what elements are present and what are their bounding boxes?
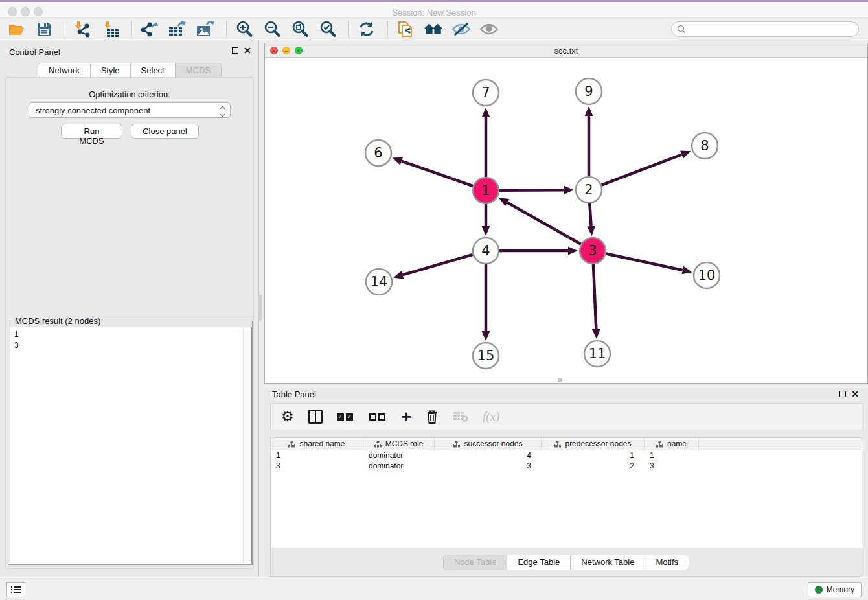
export-network-icon[interactable] [140, 20, 159, 38]
export-image-icon[interactable] [196, 20, 215, 38]
tab-style[interactable]: Style [91, 63, 131, 78]
search-input[interactable] [671, 21, 859, 37]
column-header-predecessor-nodes[interactable]: predecessor nodes [542, 438, 645, 450]
zoom-out-icon[interactable] [262, 20, 282, 38]
save-session-icon[interactable] [34, 20, 54, 38]
arrowhead-2-9 [585, 106, 593, 116]
edge-2-8[interactable] [602, 154, 682, 185]
apply-layout-icon[interactable] [357, 20, 376, 38]
table-header-row: shared nameMCDS rolesuccessor nodesprede… [271, 438, 862, 450]
open-session-icon[interactable] [6, 20, 26, 38]
result-line: 3 [14, 340, 247, 351]
table-cell: 2 [542, 461, 645, 471]
network-graph[interactable]: 1234678910111415 [265, 58, 867, 383]
edge-3-10[interactable] [606, 253, 683, 270]
mcds-result-lines: 13 [14, 329, 247, 351]
edge-2-3[interactable] [589, 203, 591, 226]
edge-3-1[interactable] [507, 203, 581, 244]
select-all-icon[interactable]: ✓✓ [337, 408, 355, 425]
node-label-14: 14 [371, 274, 388, 290]
edge-4-14[interactable] [402, 255, 472, 275]
table-cell: 4 [435, 450, 542, 461]
tab-mcds[interactable]: MCDS [176, 63, 222, 78]
canvas-scroll-thumb[interactable] [558, 378, 562, 382]
tab-network-table[interactable]: Network Table [571, 555, 645, 570]
window-titlebar: Session: New Session [0, 2, 868, 18]
task-history-button[interactable] [6, 582, 25, 597]
split-divider-handle[interactable] [258, 295, 262, 321]
zoom-fit-icon[interactable] [290, 20, 310, 38]
float-table-panel-icon[interactable] [839, 391, 846, 397]
column-header-successor-nodes[interactable]: successor nodes [435, 438, 542, 450]
tab-edge-table[interactable]: Edge Table [507, 555, 571, 570]
control-panel-tabs: NetworkStyleSelectMCDS [45, 63, 214, 78]
close-table-panel-icon[interactable]: ✕ [851, 391, 859, 397]
network-window-title: scc.txt [265, 46, 867, 56]
zoom-in-icon[interactable] [234, 20, 254, 38]
node-label-1: 1 [481, 183, 490, 198]
criterion-dropdown[interactable]: strongly connected component [29, 102, 231, 118]
network-canvas[interactable]: 1234678910111415 [265, 58, 867, 383]
memory-status-icon [815, 586, 823, 594]
table-body: 1dominator4113dominator323 [271, 450, 862, 471]
home-icon[interactable] [424, 20, 443, 38]
node-label-8: 8 [700, 138, 709, 154]
import-table-icon[interactable] [101, 20, 120, 38]
column-header-label: predecessor nodes [565, 439, 631, 448]
deselect-all-icon[interactable] [369, 408, 387, 425]
list-icon [11, 585, 21, 594]
arrowhead-3-10 [681, 266, 692, 275]
import-network-icon[interactable] [73, 20, 93, 38]
show-details-icon[interactable] [479, 20, 499, 38]
table-row[interactable]: 3dominator323 [271, 461, 862, 471]
column-header-MCDS-role[interactable]: MCDS role [363, 438, 435, 450]
toolbar-separator [65, 21, 65, 38]
add-icon[interactable]: + [402, 408, 411, 425]
arrowhead-2-3 [587, 226, 595, 236]
control-panel-buttons: ✕ [232, 47, 251, 54]
toolbar-separator [348, 21, 349, 38]
export-table-icon[interactable] [168, 20, 187, 38]
column-type-icon [288, 441, 295, 448]
run-mcds-button[interactable]: Run MCDS [61, 124, 122, 139]
tab-node-table[interactable]: Node Table [443, 555, 508, 570]
search-container [671, 21, 859, 37]
gear-icon[interactable]: ⚙ [281, 408, 294, 425]
node-label-9: 9 [584, 84, 593, 99]
tab-network[interactable]: Network [38, 63, 91, 78]
table-row[interactable]: 1dominator411 [271, 450, 862, 461]
table-cell: 1 [645, 450, 699, 461]
edge-1-6[interactable] [402, 161, 473, 187]
tab-motifs[interactable]: Motifs [645, 555, 689, 570]
close-panel-button[interactable]: Close panel [131, 124, 199, 139]
table-toolbar: ⚙ ✓✓ + f(x) [270, 403, 862, 430]
mcds-result-textarea[interactable]: 13 [10, 327, 252, 564]
result-scrollbar[interactable] [243, 327, 251, 564]
float-panel-icon[interactable] [232, 47, 238, 54]
tab-select[interactable]: Select [131, 63, 176, 78]
delete-icon[interactable] [426, 408, 439, 425]
clone-network-icon[interactable] [396, 20, 415, 38]
table-tabs: Node TableEdge TableNetwork TableMotifs [264, 555, 868, 570]
window-title: Session: New Session [0, 8, 868, 17]
column-header-shared-name[interactable]: shared name [271, 438, 363, 450]
result-line: 1 [14, 329, 247, 340]
node-table[interactable]: shared nameMCDS rolesuccessor nodesprede… [270, 437, 862, 548]
node-label-11: 11 [589, 346, 606, 362]
column-header-name[interactable]: name [645, 438, 699, 450]
mcds-result-group: MCDS result (2 nodes) 13 [8, 321, 253, 565]
close-panel-icon[interactable]: ✕ [244, 47, 251, 54]
edge-1-2[interactable] [499, 190, 564, 190]
zoom-selected-icon[interactable] [318, 20, 337, 38]
memory-button[interactable]: Memory [808, 582, 862, 597]
node-label-4: 4 [481, 243, 490, 259]
hide-details-icon[interactable] [451, 20, 471, 38]
network-view-window: × − + scc.txt 1234678910111415 [264, 43, 868, 384]
arrowhead-1-6 [393, 157, 403, 165]
criterion-value: strongly connected component [36, 106, 150, 115]
table-cell: 3 [435, 461, 542, 471]
control-panel-title: Control Panel [9, 47, 60, 57]
network-window-titlebar[interactable]: × − + scc.txt [265, 43, 867, 58]
column-pane-icon[interactable] [308, 408, 323, 425]
edge-3-11[interactable] [593, 264, 596, 329]
